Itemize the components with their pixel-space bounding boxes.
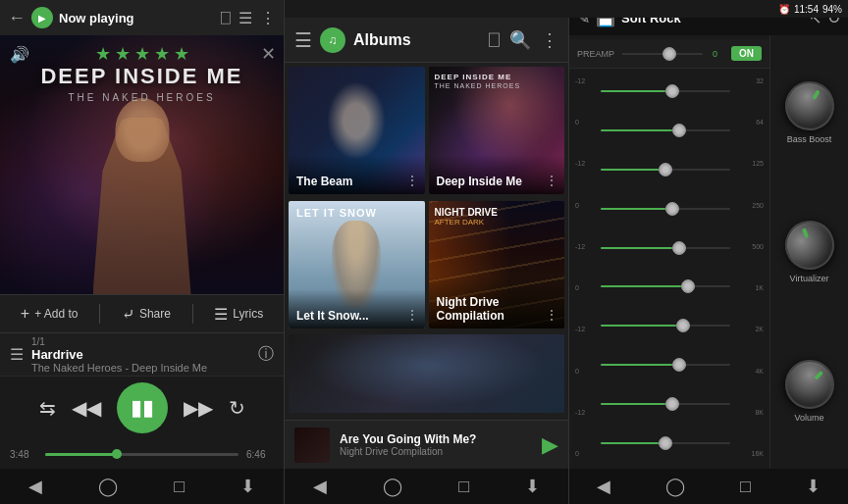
album-card-snow[interactable]: LET IT SNOW Let It Snow... ⋮ — [289, 201, 425, 328]
more-albums-icon[interactable]: ⋮ — [541, 29, 558, 51]
album-text-overlay: DEEP INSIDE ME THE NAKED HEROES — [0, 65, 284, 103]
panel-albums: ⏰ 11:54 94% ☰ ♫ Albums ⎕ 🔍 ⋮ The Beam ⋮ — [285, 0, 569, 504]
eq-slider-2k[interactable] — [601, 325, 730, 327]
stars-row: ★ ★ ★ ★ ★ — [0, 43, 284, 65]
eq-band-16k — [597, 426, 734, 461]
eq-slider-1k[interactable] — [601, 285, 730, 287]
star-5[interactable]: ★ — [174, 43, 189, 65]
star-2[interactable]: ★ — [115, 43, 131, 65]
nav-down[interactable]: ⬇ — [240, 476, 255, 497]
artist-silhouette — [54, 88, 231, 294]
eq-slider-16k[interactable] — [601, 442, 730, 444]
freq-125: 125 — [736, 160, 764, 167]
player-logo: ▶ — [31, 7, 53, 28]
bottom-play-button[interactable]: ▶ — [542, 432, 558, 458]
share-icon: ⤶ — [122, 305, 134, 324]
hamburger-menu[interactable]: ☰ — [294, 28, 312, 52]
snow-overlay-text: LET IT SNOW — [296, 207, 377, 219]
eq-slider-500[interactable] — [601, 247, 730, 249]
album-menu-deep[interactable]: ⋮ — [545, 173, 558, 188]
albums-nav-home[interactable]: ◯ — [383, 476, 402, 497]
album-card-nightdrive[interactable]: NIGHT DRIVE AFTER DARK Night Drive Compi… — [429, 201, 565, 328]
album-art-unknown — [289, 334, 564, 413]
eq-band-2k — [597, 308, 734, 343]
repeat-button[interactable]: ↻ — [229, 396, 245, 420]
eq-slider-125[interactable] — [601, 169, 730, 171]
star-3[interactable]: ★ — [134, 43, 150, 65]
next-button[interactable]: ▶▶ — [184, 396, 213, 420]
progress-bar[interactable] — [45, 453, 238, 456]
album-card-deep[interactable]: DEEP INSIDE METHE NAKED HEROES Deep Insi… — [429, 67, 565, 194]
preamp-value: 0 — [713, 49, 717, 59]
eq-slider-32[interactable] — [601, 90, 730, 92]
eq-nav-down[interactable]: ⬇ — [806, 476, 821, 497]
cast-icon[interactable]: ⎕ — [221, 9, 231, 27]
albums-nav-down[interactable]: ⬇ — [525, 476, 540, 497]
eq-slider-64[interactable] — [601, 129, 730, 131]
scale-0c: 0 — [575, 284, 595, 291]
share-label: Share — [139, 307, 171, 321]
lyrics-label: Lyrics — [233, 307, 263, 321]
album-name-snow: Let It Snow... — [296, 309, 417, 323]
freq-64: 64 — [736, 119, 764, 126]
lyrics-button[interactable]: ☰ Lyrics — [214, 305, 263, 324]
albums-nav-back[interactable]: ◀ — [313, 476, 327, 497]
volume-knob-label: Volume — [794, 413, 823, 423]
add-to-button[interactable]: + + Add to — [21, 305, 79, 323]
nav-home[interactable]: ◯ — [98, 476, 118, 497]
more-icon[interactable]: ⋮ — [260, 9, 276, 27]
volume-knob[interactable] — [774, 350, 844, 420]
status-bar: ⏰ 11:54 94% — [285, 0, 848, 18]
albums-nav-square[interactable]: □ — [458, 477, 469, 497]
shuffle-button[interactable]: ⇆ — [39, 396, 56, 420]
app-container: ← ▶ Now playing ⎕ ☰ ⋮ ★ ★ ★ ★ ★ 🔊 DEEP I… — [0, 0, 848, 504]
eq-nav-home[interactable]: ◯ — [665, 476, 685, 497]
scale-neg12c: -12 — [575, 326, 595, 332]
share-button[interactable]: ⤶ Share — [122, 305, 171, 324]
volume-icon[interactable]: 🔊 — [10, 45, 29, 64]
album-card-beam[interactable]: The Beam ⋮ — [289, 67, 425, 194]
eq-slider-8k[interactable] — [601, 403, 730, 405]
progress-thumb[interactable] — [112, 449, 122, 459]
nav-square[interactable]: □ — [174, 477, 185, 497]
bottom-track-bar: Are You Going With Me? Night Drive Compi… — [285, 420, 568, 469]
time-total: 6:46 — [246, 449, 274, 460]
star-1[interactable]: ★ — [95, 43, 111, 65]
eq-slider-4k[interactable] — [601, 364, 730, 366]
on-badge[interactable]: ON — [731, 46, 762, 61]
album-card-unknown[interactable] — [289, 334, 564, 413]
nav-back[interactable]: ◀ — [28, 476, 42, 497]
scale-12b: -12 — [575, 243, 595, 250]
cast-albums-icon[interactable]: ⎕ — [489, 29, 500, 51]
album-menu-snow[interactable]: ⋮ — [405, 307, 419, 323]
album-subtitle: THE NAKED HEROES — [0, 92, 284, 103]
info-icon[interactable]: ⓘ — [258, 344, 274, 365]
eq-nav-square[interactable]: □ — [740, 477, 751, 497]
bass-boost-knob[interactable] — [775, 73, 842, 139]
close-button[interactable]: ✕ — [261, 43, 276, 65]
eq-nav-back[interactable]: ◀ — [597, 476, 610, 497]
bottom-track-artist: Night Drive Compilation — [340, 446, 532, 457]
panel-player: ← ▶ Now playing ⎕ ☰ ⋮ ★ ★ ★ ★ ★ 🔊 DEEP I… — [0, 0, 285, 504]
play-pause-button[interactable]: ▮▮ — [117, 382, 168, 433]
lyrics-icon: ☰ — [214, 305, 228, 324]
scale-12d: -12 — [575, 409, 595, 416]
preamp-row: PREAMP 0 ON — [569, 39, 769, 69]
album-menu-nightdrive[interactable]: ⋮ — [545, 307, 558, 323]
eq-knobs-panel: Bass Boost Virtualizer Volume — [769, 35, 848, 469]
back-icon[interactable]: ← — [8, 8, 26, 28]
playlist-icon[interactable]: ☰ — [10, 345, 24, 364]
eq-freq-labels: 32 64 125 250 500 1K 2K 4K 8K 16K — [736, 74, 764, 461]
eq-band-250 — [597, 191, 734, 227]
virtualizer-knob[interactable] — [777, 214, 840, 277]
preamp-slider[interactable] — [622, 53, 703, 55]
prev-button[interactable]: ◀◀ — [72, 396, 101, 420]
search-icon[interactable]: 🔍 — [509, 29, 531, 51]
albums-grid: The Beam ⋮ DEEP INSIDE METHE NAKED HEROE… — [285, 63, 568, 420]
album-menu-beam[interactable]: ⋮ — [405, 173, 419, 188]
equalizer-icon[interactable]: ☰ — [238, 9, 252, 27]
nightdrive-overlay-text: NIGHT DRIVE AFTER DARK — [435, 207, 559, 227]
star-4[interactable]: ★ — [154, 43, 170, 65]
divider-2 — [192, 304, 193, 324]
eq-slider-250[interactable] — [601, 208, 730, 210]
